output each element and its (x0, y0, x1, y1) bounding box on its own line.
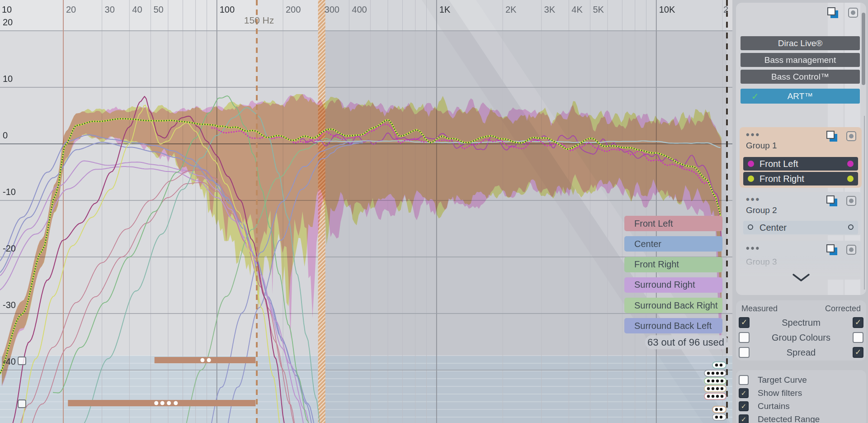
legend-chip-front-left[interactable]: Front Left (624, 216, 722, 231)
mic-dot (707, 395, 710, 398)
chart-canvas[interactable]: 10203040501002003004001K2K3K4K5K10K22010… (0, 0, 732, 423)
measured-checkbox[interactable] (739, 332, 750, 343)
legend-chip-center[interactable]: Center (624, 236, 722, 252)
group-solo-record-icon[interactable] (846, 131, 856, 141)
group-list-scroll-track (864, 116, 865, 290)
mic-dot (720, 408, 722, 411)
range-row-checkbox[interactable] (18, 357, 26, 365)
group-menu-icon[interactable]: ••• (746, 194, 760, 205)
mic-dot (715, 408, 718, 411)
matrix-row-label: Spread (750, 347, 853, 358)
legend-chip-front-right[interactable]: Front Right (624, 257, 722, 272)
check-icon: ✓ (751, 91, 759, 102)
tab-dirac-live[interactable]: Dirac Live® (741, 36, 860, 50)
freq-tick-label: 40 (132, 5, 142, 14)
option-label: Target Curve (758, 375, 807, 385)
legend-chip-surround-back-left[interactable]: Surround Back Left (624, 318, 722, 333)
frequency-response-chart[interactable]: 10203040501002003004001K2K3K4K5K10K22010… (0, 0, 732, 423)
option-checkbox[interactable] (739, 401, 749, 411)
channel-label: Center (760, 223, 858, 233)
corrected-checkbox[interactable] (853, 332, 863, 343)
mic-dot (715, 416, 718, 418)
freq-tick-label: 200 (286, 5, 301, 14)
group-solo-record-icon[interactable] (846, 245, 856, 255)
mic-dot (721, 395, 723, 398)
matrix-row-spectrum: Spectrum (739, 317, 863, 328)
range-bar-dot (154, 401, 158, 405)
freq-tick-label: 400 (352, 5, 367, 14)
group-colour-layers-icon[interactable] (827, 7, 838, 18)
freq-tick-label: 4K (571, 5, 583, 14)
corrected-checkbox[interactable] (853, 347, 863, 358)
corrected-column-header: Corrected (825, 304, 861, 314)
mic-dot (712, 372, 714, 375)
option-label: Detected Range (758, 414, 820, 423)
freq-tick-label: 300 (325, 5, 340, 14)
measured-checkbox[interactable] (739, 317, 750, 328)
tab-bass-control[interactable]: Bass Control™ (741, 70, 860, 84)
freq-tick-label: 3K (544, 5, 556, 14)
range-row-checkbox[interactable] (18, 400, 26, 408)
group-card-2[interactable]: ••• Group 2Center (740, 192, 862, 235)
expand-groups-chevron-icon[interactable] (792, 273, 810, 284)
mic-dot (707, 380, 710, 382)
channel-legend: Front LeftCenterFront RightSurround Righ… (624, 216, 722, 339)
group-menu-icon[interactable]: ••• (746, 129, 760, 141)
option-checkbox[interactable] (739, 375, 749, 385)
option-row-detected-range: Detected Range (739, 414, 863, 423)
channel-label: Front Right (760, 174, 858, 184)
freq-tick-label: 20 (66, 5, 76, 14)
option-row-show-filters: Show filters (739, 388, 863, 399)
group-card-1[interactable]: ••• Group 1Front LeftFront Right (740, 127, 862, 188)
mic-position-pill[interactable] (712, 362, 726, 368)
db-tick-label: -10 (3, 187, 16, 197)
db-tick-label: -40 (3, 356, 16, 366)
legend-chip-surround-right[interactable]: Surround Right (624, 277, 722, 293)
channel-row-center[interactable]: Center (743, 221, 858, 234)
option-checkbox[interactable] (739, 414, 749, 423)
freq-tick-label: 2 (723, 5, 728, 14)
mic-dot (707, 372, 710, 375)
mic-dot (721, 387, 723, 390)
range-bar-dot (200, 358, 204, 362)
measured-column-header: Measured (741, 304, 778, 314)
mic-dot (707, 387, 710, 390)
freq-tick-label: 30 (105, 5, 115, 14)
mic-dot (715, 364, 718, 366)
detected-range-bar[interactable] (155, 357, 256, 363)
mic-dot (712, 395, 714, 398)
freq-tick-label: 10 (2, 5, 12, 14)
group-colour-layers-icon[interactable] (826, 195, 837, 206)
legend-chip-surround-back-right[interactable]: Surround Back Right (624, 298, 722, 313)
group-solo-record-icon[interactable] (846, 196, 856, 206)
group-name: Group 1 (746, 141, 777, 151)
corrected-checkbox[interactable] (853, 317, 863, 328)
freq-tick-label: 100 (220, 5, 235, 14)
filter-usage-badge: 63 out of 96 used (645, 335, 729, 349)
freq-tick-label: 50 (153, 5, 163, 14)
group-colour-layers-icon[interactable] (826, 244, 837, 255)
mic-dot (716, 372, 719, 375)
range-bar-dot (207, 358, 211, 362)
range-bar-dot (167, 401, 171, 405)
view-options-panel: Target Curve Show filters Curtains Detec… (736, 370, 866, 423)
channel-row-front-right[interactable]: Front Right (743, 172, 858, 185)
db-tick-label: 20 (3, 17, 13, 27)
group-menu-icon[interactable]: ••• (746, 242, 760, 254)
option-row-target-curve: Target Curve (739, 375, 863, 385)
option-checkbox[interactable] (739, 388, 749, 398)
solo-record-icon[interactable] (848, 8, 858, 18)
layers-icon-white-square (827, 7, 835, 15)
measured-checkbox[interactable] (739, 347, 750, 358)
mic-dot (721, 372, 723, 375)
tab-bass-management[interactable]: Bass management (741, 53, 860, 67)
mic-position-pill[interactable] (712, 406, 726, 413)
channel-row-front-left[interactable]: Front Left (743, 157, 858, 171)
group-colour-layers-icon[interactable] (826, 131, 837, 142)
mic-dot (716, 395, 719, 398)
tab-art-active[interactable]: ✓ ART™ (741, 89, 860, 104)
mic-dot (720, 416, 722, 418)
sidebar-scrollbar[interactable] (862, 13, 865, 85)
mic-position-pill[interactable] (712, 414, 726, 420)
channel-label: Front Left (760, 159, 858, 169)
